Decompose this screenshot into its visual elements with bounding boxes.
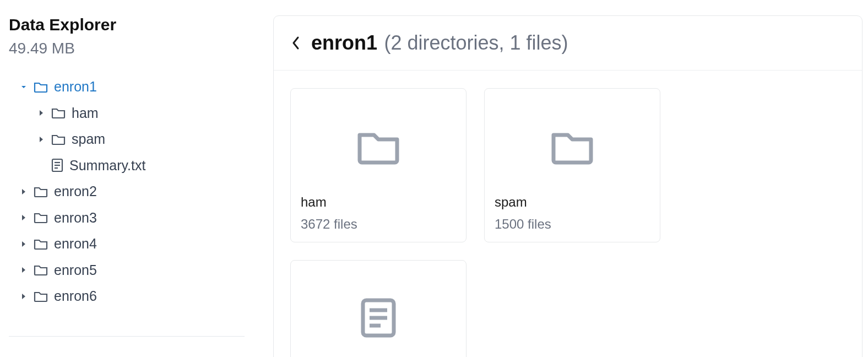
folder-icon bbox=[33, 263, 48, 277]
card-folder-spam[interactable]: spam 1500 files bbox=[484, 88, 660, 242]
tree-label: spam bbox=[72, 126, 105, 153]
cards-grid: ham 3672 files spam 1500 files bbox=[274, 71, 862, 357]
back-button[interactable] bbox=[290, 34, 301, 52]
tree-label: enron3 bbox=[54, 205, 97, 231]
tree-label: enron6 bbox=[54, 283, 97, 310]
folder-icon bbox=[33, 80, 48, 94]
card-meta: 3672 files bbox=[301, 217, 456, 232]
folder-icon bbox=[51, 106, 66, 120]
file-tree: enron1 ham bbox=[9, 74, 245, 310]
tree-label: ham bbox=[72, 100, 99, 127]
folder-icon bbox=[495, 98, 650, 194]
content-panel: enron1 (2 directories, 1 files) ham 3672… bbox=[273, 15, 862, 357]
file-icon bbox=[51, 158, 64, 172]
sidebar-title: Data Explorer bbox=[9, 15, 245, 34]
chevron-left-icon bbox=[290, 34, 301, 52]
card-name: ham bbox=[301, 194, 456, 210]
chevron-right-icon bbox=[20, 267, 28, 273]
tree-label: enron4 bbox=[54, 231, 97, 257]
tree-label: enron1 bbox=[54, 74, 97, 100]
tree-folder-enron3[interactable]: enron3 bbox=[9, 205, 245, 231]
tree-folder-enron1[interactable]: enron1 bbox=[9, 74, 245, 100]
card-folder-ham[interactable]: ham 3672 files bbox=[290, 88, 466, 242]
tree-label: enron2 bbox=[54, 178, 97, 205]
tree-folder-enron2[interactable]: enron2 bbox=[9, 178, 245, 205]
card-meta: 1500 files bbox=[495, 217, 650, 232]
file-icon bbox=[301, 269, 456, 357]
folder-name: enron1 bbox=[311, 31, 377, 54]
chevron-right-icon bbox=[37, 136, 45, 143]
chevron-right-icon bbox=[20, 214, 28, 221]
folder-icon bbox=[33, 290, 48, 303]
folder-icon bbox=[33, 211, 48, 224]
chevron-down-icon bbox=[20, 84, 28, 90]
tree-file-summary[interactable]: Summary.txt bbox=[9, 153, 245, 179]
sidebar-size: 49.49 MB bbox=[9, 40, 245, 57]
chevron-right-icon bbox=[20, 241, 28, 247]
tree-folder-enron4[interactable]: enron4 bbox=[9, 231, 245, 257]
folder-icon bbox=[33, 185, 48, 198]
folder-meta: (2 directories, 1 files) bbox=[384, 31, 568, 54]
sidebar: Data Explorer 49.49 MB enron1 bbox=[0, 0, 253, 357]
folder-icon bbox=[51, 133, 66, 146]
card-name: spam bbox=[495, 194, 650, 210]
tree-folder-enron6[interactable]: enron6 bbox=[9, 283, 245, 310]
sidebar-divider bbox=[9, 336, 245, 337]
main: enron1 (2 directories, 1 files) ham 3672… bbox=[253, 0, 868, 357]
panel-header: enron1 (2 directories, 1 files) bbox=[274, 16, 862, 71]
tree-folder-spam[interactable]: spam bbox=[9, 126, 245, 153]
tree-label: Summary.txt bbox=[69, 153, 145, 179]
app-root: Data Explorer 49.49 MB enron1 bbox=[0, 0, 868, 357]
tree-folder-enron5[interactable]: enron5 bbox=[9, 257, 245, 284]
tree-folder-ham[interactable]: ham bbox=[9, 100, 245, 127]
chevron-right-icon bbox=[20, 188, 28, 195]
card-file-summary[interactable]: Summary.txt 430 B bbox=[290, 260, 466, 357]
folder-icon bbox=[301, 98, 456, 194]
chevron-right-icon bbox=[37, 110, 45, 116]
folder-icon bbox=[33, 237, 48, 251]
chevron-right-icon bbox=[20, 293, 28, 300]
tree-label: enron5 bbox=[54, 257, 97, 284]
